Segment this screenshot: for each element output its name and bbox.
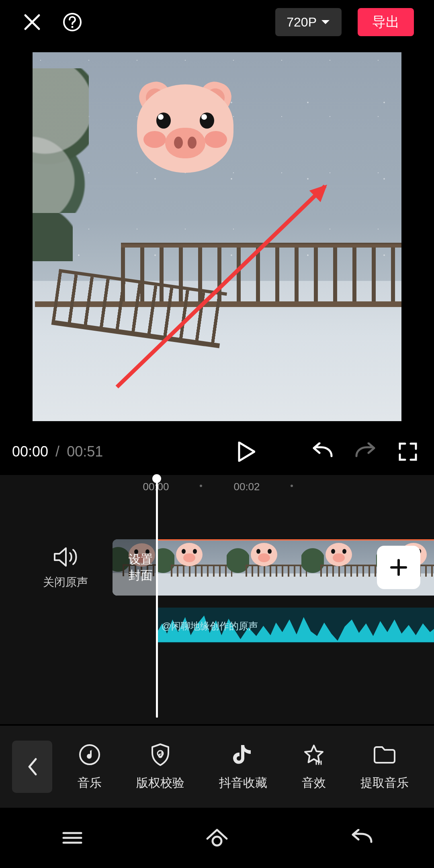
clip-frame[interactable] xyxy=(158,540,232,596)
export-button[interactable]: 导出 xyxy=(358,8,414,36)
time-ruler[interactable]: 00:00 00:02 xyxy=(0,475,434,496)
close-icon xyxy=(23,13,41,31)
douyin-icon xyxy=(233,743,253,766)
fullscreen-button[interactable] xyxy=(394,438,422,466)
time-display: 00:00 / 00:51 xyxy=(12,443,103,460)
fullscreen-icon xyxy=(399,442,417,461)
pig-sticker xyxy=(137,84,233,173)
top-bar: 720P 导出 xyxy=(0,0,434,44)
system-recent-button[interactable] xyxy=(58,823,87,852)
total-duration: 00:51 xyxy=(67,443,103,460)
system-back-button[interactable] xyxy=(347,823,376,852)
clip-frame[interactable] xyxy=(307,540,382,596)
folder-icon xyxy=(373,745,396,764)
plus-icon xyxy=(389,558,408,577)
help-icon xyxy=(62,12,82,32)
timeline[interactable]: 00:00 00:02 关闭原声 设置 封面 @闲聊地缘创作的原声 xyxy=(0,475,434,724)
resolution-select[interactable]: 720P xyxy=(275,8,342,36)
svg-point-1 xyxy=(71,26,73,28)
mute-original-audio[interactable]: 关闭原声 xyxy=(35,547,96,590)
audio-clip-label: @闲聊地缘创作的原声 xyxy=(162,620,258,633)
current-time: 00:00 xyxy=(12,443,48,460)
tool-extract-music[interactable]: 提取音乐 xyxy=(360,743,409,791)
home-icon xyxy=(205,827,229,848)
back-icon xyxy=(350,829,374,847)
tool-copyright-check[interactable]: 版权校验 xyxy=(136,743,184,791)
tool-douyin-favorites[interactable]: 抖音收藏 xyxy=(219,743,267,791)
audio-track[interactable]: @闲聊地缘创作的原声 xyxy=(158,608,434,643)
tool-music[interactable]: 音乐 xyxy=(78,743,102,791)
shield-icon xyxy=(150,743,171,766)
transport-bar: 00:00 / 00:51 xyxy=(0,431,434,473)
playhead[interactable] xyxy=(156,475,158,718)
close-button[interactable] xyxy=(20,10,44,34)
tool-label: 音效 xyxy=(302,775,326,791)
chevron-left-icon xyxy=(26,757,38,776)
tool-label: 抖音收藏 xyxy=(219,775,267,791)
menu-icon xyxy=(61,830,84,846)
play-button[interactable] xyxy=(232,438,260,466)
tool-sound-effects[interactable]: 音效 xyxy=(302,743,326,791)
star-icon xyxy=(303,743,325,766)
system-nav-bar xyxy=(0,808,434,868)
export-label: 导出 xyxy=(372,13,399,31)
play-icon xyxy=(237,442,255,462)
redo-button[interactable] xyxy=(351,438,379,466)
tool-label: 版权校验 xyxy=(136,775,184,791)
help-button[interactable] xyxy=(60,10,84,34)
tool-label: 音乐 xyxy=(78,775,102,791)
speaker-icon xyxy=(53,547,78,567)
toolbar-back-button[interactable] xyxy=(12,741,52,793)
system-home-button[interactable] xyxy=(203,823,231,852)
clip-frame[interactable] xyxy=(232,540,307,596)
resolution-label: 720P xyxy=(287,15,317,30)
undo-icon xyxy=(311,442,334,461)
svg-point-4 xyxy=(213,837,221,845)
redo-icon xyxy=(354,442,377,461)
tool-label: 提取音乐 xyxy=(360,775,409,791)
ruler-mark: 00:02 xyxy=(233,481,260,493)
mute-label: 关闭原声 xyxy=(35,575,96,590)
music-icon xyxy=(78,743,101,766)
video-preview[interactable] xyxy=(33,52,401,421)
add-clip-button[interactable] xyxy=(377,546,420,589)
undo-button[interactable] xyxy=(309,438,337,466)
chevron-down-icon xyxy=(321,19,330,25)
bottom-toolbar: 音乐 版权校验 抖音收藏 音效 提取音乐 xyxy=(0,726,434,808)
